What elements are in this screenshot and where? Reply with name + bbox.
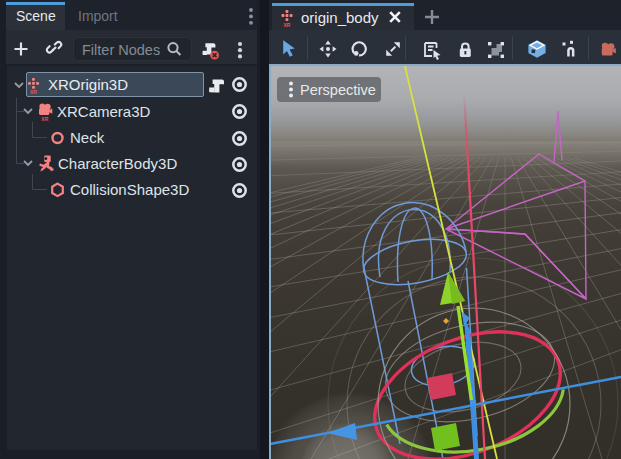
svg-text:Perspective: Perspective [300,82,376,98]
svg-text:XR: XR [41,116,48,122]
svg-text:XR: XR [284,22,291,28]
svg-text:XR: XR [30,89,37,95]
